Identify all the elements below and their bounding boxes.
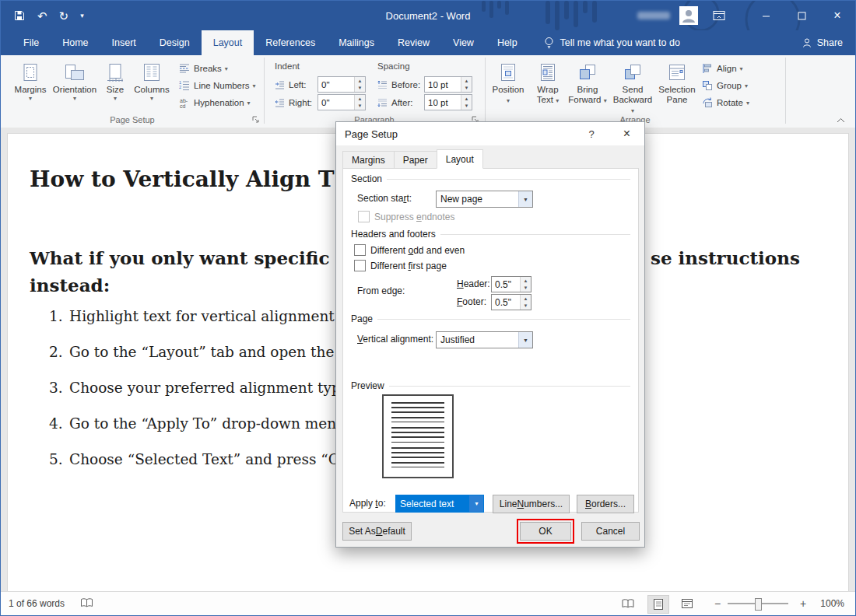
ribbon-display-options-button[interactable] (703, 1, 735, 30)
send-backward-icon (623, 60, 643, 85)
spacing-before-input[interactable]: 10 pt ▲▼ (424, 76, 472, 93)
section-start-select[interactable]: New page ▼ (436, 191, 533, 208)
zoom-slider-thumb[interactable] (755, 598, 762, 611)
hyphenation-icon: ab-cd (178, 96, 191, 109)
spacing-after-input[interactable]: 10 pt ▲▼ (424, 94, 472, 110)
suppress-endnotes-checkbox[interactable] (358, 211, 370, 222)
group-objects-icon (701, 79, 714, 92)
bring-forward-icon (577, 60, 598, 85)
tab-home[interactable]: Home (51, 30, 100, 55)
rotate-button[interactable]: Rotate ▾ (701, 95, 749, 110)
dialog-tab-margins[interactable]: Margins (342, 151, 395, 169)
word-count[interactable]: 1 of 66 words (9, 592, 65, 615)
orientation-button[interactable]: Orientation ▾ (52, 58, 97, 124)
customize-qat-button[interactable]: ▾ (80, 12, 84, 19)
word-window: ↶ ↻ ▾ Document2 - Word × File Home Inser… (0, 0, 856, 616)
dialog-tab-paper[interactable]: Paper (394, 151, 437, 169)
breaks-button[interactable]: Breaks ▾ (178, 61, 228, 76)
apply-to-label: Apply to: (349, 498, 386, 509)
align-button[interactable]: Align ▾ (701, 61, 743, 76)
zoom-in-button[interactable]: + (796, 592, 810, 615)
collapse-ribbon-button[interactable] (835, 116, 846, 124)
list-item: 3.Choose your preferred alignment type. (49, 380, 354, 396)
spinner-arrows[interactable]: ▲▼ (461, 77, 472, 92)
spacing-before-icon (376, 79, 388, 91)
indent-right-input[interactable]: 0" ▲▼ (317, 94, 366, 110)
zoom-percentage[interactable]: 100% (820, 592, 844, 615)
share-button[interactable]: Share (802, 30, 843, 55)
dialog-help-button[interactable]: ? (574, 122, 609, 145)
minimize-button[interactable] (748, 1, 784, 30)
page-setup-dialog-launcher[interactable] (251, 115, 261, 124)
tab-design[interactable]: Design (148, 30, 202, 55)
line-numbers-button[interactable]: 12 Line Numbers ▾ (178, 78, 256, 93)
page-setup-group-label: Page Setup (1, 115, 264, 124)
chevron-down-icon: ▾ (247, 100, 251, 107)
tab-help[interactable]: Help (486, 30, 529, 55)
web-layout-button[interactable] (677, 595, 697, 612)
apply-to-select[interactable]: Selected text ▼ (395, 495, 484, 513)
dialog-title: Page Setup (345, 128, 398, 140)
tell-me-box[interactable]: Tell me what you want to do (543, 30, 680, 55)
spinner-arrows[interactable]: ▲▼ (461, 95, 472, 110)
tab-references[interactable]: References (254, 30, 327, 55)
spacing-after-icon (376, 96, 388, 109)
dialog-tab-layout[interactable]: Layout (437, 149, 483, 169)
page-setup-dialog: Page Setup ? × Margins Paper Layout Sect… (335, 121, 645, 548)
ok-button[interactable]: OK (520, 522, 571, 541)
size-button[interactable]: Size ▾ (100, 58, 130, 124)
footer-distance-input[interactable]: 0.5" ▲▼ (491, 294, 531, 310)
list-item: 5.Choose “Selected Text” and press “OK.” (49, 451, 363, 467)
person-icon (680, 7, 697, 24)
redo-button[interactable]: ↻ (59, 10, 69, 22)
maximize-button[interactable] (784, 1, 819, 30)
set-as-default-button[interactable]: Set As Default (342, 522, 412, 541)
from-edge-label: From edge: (357, 285, 405, 296)
orientation-icon (64, 60, 86, 85)
undo-button[interactable]: ↶ (37, 10, 47, 22)
account-avatar[interactable] (679, 6, 698, 25)
spinner-arrows[interactable]: ▲▼ (354, 95, 365, 110)
spinner-arrows[interactable]: ▲▼ (520, 277, 531, 292)
headers-footers-group-header: Headers and footers (351, 229, 630, 240)
bring-forward-button[interactable]: Bring Forward ▾ (567, 58, 608, 124)
borders-dialog-button[interactable]: Borders... (577, 495, 634, 513)
header-label: Header: (457, 278, 490, 289)
chevron-down-icon: ▾ (631, 107, 634, 114)
close-button[interactable]: × (819, 1, 855, 30)
selection-pane-button[interactable]: Selection Pane (656, 58, 698, 124)
zoom-out-button[interactable]: − (710, 592, 724, 615)
margins-button[interactable]: Margins ▾ (12, 58, 49, 124)
header-distance-input[interactable]: 0.5" ▲▼ (491, 276, 531, 292)
chevron-down-icon: ▼ (469, 495, 483, 512)
list-item: 1.Highlight text for vertical alignment. (49, 308, 339, 324)
different-odd-even-checkbox[interactable] (354, 244, 366, 256)
read-mode-button[interactable] (618, 595, 638, 612)
tab-insert[interactable]: Insert (100, 30, 148, 55)
cancel-button[interactable]: Cancel (581, 522, 640, 541)
spinner-arrows[interactable]: ▲▼ (520, 295, 531, 310)
save-button[interactable] (13, 9, 26, 22)
indent-left-input[interactable]: 0" ▲▼ (317, 76, 366, 93)
tab-review[interactable]: Review (386, 30, 441, 55)
tab-view[interactable]: View (441, 30, 486, 55)
send-backward-button[interactable]: Send Backward ▾ (611, 58, 654, 124)
spinner-arrows[interactable]: ▲▼ (354, 77, 365, 92)
ribbon-display-options-icon (713, 10, 725, 21)
tab-layout[interactable]: Layout (202, 30, 254, 55)
group-button[interactable]: Group ▾ (701, 78, 748, 93)
line-numbers-dialog-button[interactable]: Line Numbers... (493, 495, 570, 513)
different-first-page-checkbox[interactable] (354, 260, 366, 271)
print-layout-button[interactable] (647, 595, 669, 614)
tab-file[interactable]: File (12, 30, 51, 55)
dialog-close-button[interactable]: × (609, 122, 644, 145)
document-subheading-line1-right: se instructions (651, 247, 800, 268)
wrap-text-button[interactable]: Wrap Text ▾ (530, 58, 566, 124)
proofing-status-button[interactable] (80, 597, 93, 611)
position-button[interactable]: Position ▾ (489, 58, 527, 124)
minimize-icon (762, 12, 770, 20)
hyphenation-button[interactable]: ab-cd Hyphenation ▾ (178, 95, 251, 110)
vertical-alignment-select[interactable]: Justified ▼ (436, 331, 533, 348)
columns-button[interactable]: Columns ▾ (132, 58, 172, 124)
tab-mailings[interactable]: Mailings (327, 30, 386, 55)
